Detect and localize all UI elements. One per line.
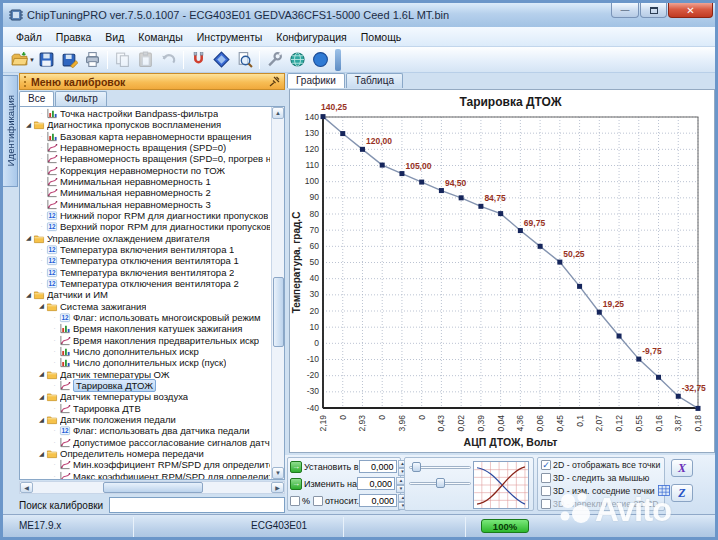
tree-item[interactable]: ·Коррекция неравномерности по ТОЖ bbox=[22, 165, 270, 176]
view-tab-tab[interactable]: Таблица bbox=[346, 73, 403, 88]
tree-item[interactable]: ·Время накопления катушек зажигания bbox=[22, 323, 270, 334]
tools-button[interactable] bbox=[263, 49, 286, 71]
percent-checkbox[interactable] bbox=[290, 496, 300, 506]
tree-item[interactable]: ·Минимальная неравномерность 1 bbox=[22, 176, 270, 187]
tree-item[interactable]: ·12Флаг: использовать многоискровый режи… bbox=[22, 312, 270, 323]
axis-z-button[interactable]: Z bbox=[671, 484, 693, 502]
slider-thumb[interactable] bbox=[436, 478, 445, 488]
tree-horizontal-scrollbar[interactable]: ◀ ▶ bbox=[19, 481, 285, 494]
pin-icon[interactable] bbox=[269, 76, 280, 87]
expander-icon[interactable]: ◢ bbox=[24, 121, 33, 129]
data-point[interactable] bbox=[656, 375, 661, 380]
tree-item[interactable]: ◢Датчик положения педали bbox=[22, 414, 270, 425]
expander-icon[interactable]: ◢ bbox=[37, 450, 46, 458]
change-value-input[interactable] bbox=[357, 477, 395, 490]
tree-item[interactable]: ·Минимальная неравномерность 2 bbox=[22, 187, 270, 198]
option-checkbox[interactable] bbox=[541, 460, 551, 470]
data-point[interactable] bbox=[518, 228, 523, 233]
menu-item[interactable]: Конфигурация bbox=[269, 29, 353, 45]
minimize-button[interactable]: — bbox=[611, 3, 639, 18]
tree-item[interactable]: ·Базовая карта неравномерности вращения bbox=[22, 131, 270, 142]
menu-item[interactable]: Помощь bbox=[354, 29, 409, 45]
data-point[interactable] bbox=[577, 284, 582, 289]
apply-arrow-button[interactable]: → bbox=[290, 461, 302, 473]
axis-x-button[interactable]: X bbox=[671, 459, 693, 477]
scroll-left-button[interactable]: ◀ bbox=[20, 482, 33, 493]
view-tab-active[interactable]: Графики bbox=[287, 73, 345, 88]
scroll-thumb[interactable] bbox=[103, 482, 203, 493]
relative-checkbox[interactable] bbox=[313, 496, 323, 506]
data-point[interactable] bbox=[340, 131, 345, 136]
tree-item[interactable]: ·12Температура отключения вентилятора 1 bbox=[22, 255, 270, 266]
tree-item[interactable]: ◢Датчики и ИМ bbox=[22, 289, 270, 300]
tree-item[interactable]: ·Мин.коэффициент RPM/SPD для определител… bbox=[22, 459, 270, 470]
tree-item[interactable]: ◢Определитель номера передачи bbox=[22, 448, 270, 459]
tree-item[interactable]: ·Точка настройки Bandpass-фильтра bbox=[22, 108, 270, 119]
compare-button[interactable] bbox=[210, 49, 233, 71]
checksum-button[interactable] bbox=[187, 49, 210, 71]
tree-item[interactable]: ·Допустимое рассогласование сигналов дат… bbox=[22, 437, 270, 448]
data-point[interactable] bbox=[459, 195, 464, 200]
data-point[interactable] bbox=[399, 171, 404, 176]
tree-item[interactable]: ·Минимальная неравномерность 3 bbox=[22, 199, 270, 210]
scroll-right-button[interactable]: ▶ bbox=[271, 482, 284, 493]
expander-icon[interactable]: ◢ bbox=[24, 234, 33, 242]
data-point[interactable] bbox=[478, 204, 483, 209]
data-point[interactable] bbox=[439, 188, 444, 193]
tree-item[interactable]: ·12Флаг: использовать два датчика педали bbox=[22, 425, 270, 436]
tree-item[interactable]: ·Число дополнительных искр bbox=[22, 346, 270, 357]
tree-item[interactable]: ◢Датчик температуры воздуха bbox=[22, 391, 270, 402]
scroll-thumb[interactable] bbox=[273, 277, 284, 347]
data-point[interactable] bbox=[636, 357, 641, 362]
tree-item[interactable]: ·Тарировка ДТВ bbox=[22, 403, 270, 414]
tree-item[interactable]: ·12Температура включения вентилятора 1 bbox=[22, 244, 270, 255]
tree-item[interactable]: ·Число дополнительных искр (пуск) bbox=[22, 357, 270, 368]
tree-item[interactable]: ·12Температура отключения вентилятора 2 bbox=[22, 278, 270, 289]
print-button[interactable] bbox=[81, 49, 104, 71]
maximize-button[interactable] bbox=[640, 3, 667, 18]
connection-button[interactable] bbox=[286, 49, 309, 71]
tree-item[interactable]: ·Время накопления предварительных искр bbox=[22, 335, 270, 346]
data-point[interactable] bbox=[498, 211, 503, 216]
data-point[interactable] bbox=[360, 147, 365, 152]
expander-icon[interactable]: ◢ bbox=[24, 291, 33, 299]
tree-item[interactable]: ·Неравномерность вращения (SPD=0) bbox=[22, 142, 270, 153]
calibration-tab-active[interactable]: Все bbox=[19, 91, 54, 106]
menu-item[interactable]: Вид bbox=[98, 29, 131, 45]
tree-item[interactable]: ◢Диагностика пропусков воспламенения bbox=[22, 119, 270, 130]
calibration-tab-tab[interactable]: Фильтр bbox=[55, 91, 107, 106]
identification-side-tab[interactable]: Идентификация bbox=[3, 75, 18, 187]
calibration-tree[interactable]: ·Точка настройки Bandpass-фильтра◢Диагно… bbox=[19, 106, 285, 480]
scroll-up-button[interactable]: ▲ bbox=[272, 107, 284, 119]
data-point[interactable] bbox=[617, 334, 622, 339]
search-file-button[interactable] bbox=[233, 49, 256, 71]
save-as-button[interactable] bbox=[58, 49, 81, 71]
search-input[interactable] bbox=[109, 497, 285, 513]
data-point[interactable] bbox=[676, 394, 681, 399]
relative-value-input[interactable] bbox=[359, 494, 397, 507]
tree-item[interactable]: ·12Верхний порог RPM для диагностики про… bbox=[22, 221, 270, 232]
title-bar[interactable]: ChipTuningPRO ver.7.5.0.1007 - ECG403E01… bbox=[3, 3, 715, 27]
table-grid-icon[interactable] bbox=[658, 485, 670, 496]
open-file-button[interactable] bbox=[8, 49, 31, 71]
menu-item[interactable]: Инструменты bbox=[190, 29, 269, 45]
data-point[interactable] bbox=[557, 260, 562, 265]
expander-icon[interactable]: ◢ bbox=[37, 416, 46, 424]
save-button[interactable] bbox=[35, 49, 58, 71]
calibration-chart[interactable]: 1401301201101009080706050403020100-10-20… bbox=[290, 90, 714, 452]
option-checkbox[interactable] bbox=[541, 486, 551, 496]
tree-item-selected[interactable]: ·Тарировка ДТОЖ bbox=[22, 380, 270, 391]
scroll-down-button[interactable]: ▼ bbox=[272, 467, 284, 479]
tree-item[interactable]: ◢Управление охлаждением двигателя bbox=[22, 233, 270, 244]
close-button[interactable]: ✕ bbox=[668, 3, 713, 18]
help-button[interactable] bbox=[309, 49, 332, 71]
data-point[interactable] bbox=[696, 406, 701, 411]
tree-item[interactable]: ·12Нижний порог RPM для диагностики проп… bbox=[22, 210, 270, 221]
data-point[interactable] bbox=[419, 180, 424, 185]
slider-thumb[interactable] bbox=[412, 462, 421, 472]
apply-arrow-button[interactable]: → bbox=[290, 478, 302, 490]
menu-item[interactable]: Файл bbox=[9, 29, 49, 45]
tree-item[interactable]: ·Макс.коэффициент RPM/SPD для определите… bbox=[22, 471, 270, 481]
menu-item[interactable]: Команды bbox=[131, 29, 190, 45]
tree-item[interactable]: ◢Система зажигания bbox=[22, 301, 270, 312]
